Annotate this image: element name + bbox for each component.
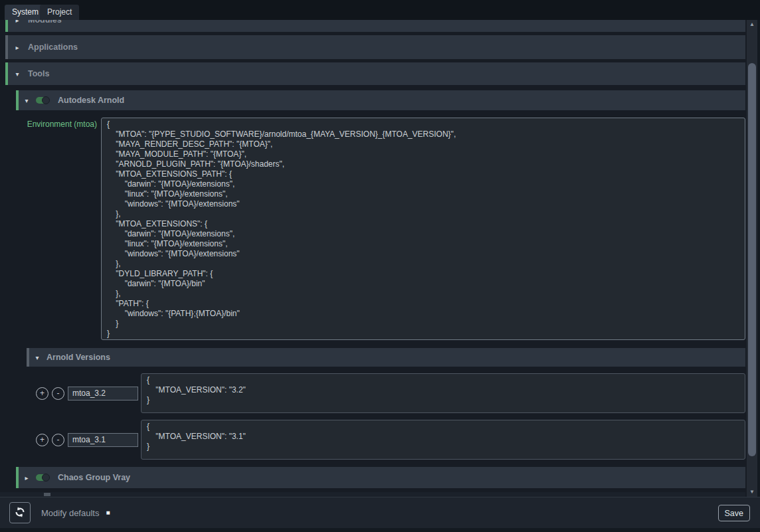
footer-bar: Modify defaults ■ Save — [0, 497, 760, 528]
tab-project[interactable]: Project — [40, 5, 79, 20]
vray-enabled-toggle[interactable] — [36, 474, 49, 481]
settings-scroll-area: ▸ Modules ▸ Applications ▾ Tools ▾ Autod… — [0, 20, 747, 497]
section-accent-bar — [5, 35, 8, 59]
horizontal-scrollbar-thumb[interactable] — [44, 493, 50, 496]
section-accent-bar — [16, 467, 19, 488]
vertical-scrollbar-thumb[interactable] — [748, 63, 756, 456]
chevron-down-icon: ▾ — [33, 354, 41, 361]
save-button[interactable]: Save — [718, 505, 751, 521]
horizontal-scrollbar[interactable] — [0, 492, 745, 497]
scroll-up-button[interactable]: ▲ — [747, 20, 757, 29]
refresh-icon — [14, 506, 26, 520]
remove-version-button[interactable]: - — [52, 387, 64, 400]
toggle-knob — [42, 96, 50, 104]
version-row: + - { "MTOA_VERSION": "3.2" } — [27, 373, 745, 413]
version-key-input[interactable] — [68, 433, 138, 447]
refresh-button[interactable] — [9, 502, 31, 523]
section-title: Modules — [28, 20, 62, 25]
chevron-right-icon: ▸ — [23, 474, 31, 482]
version-json-textarea[interactable]: { "MTOA_VERSION": "3.2" } — [141, 373, 745, 413]
chevron-down-icon: ▾ — [13, 70, 21, 78]
environment-label: Environment (mtoa) — [13, 120, 97, 129]
add-version-button[interactable]: + — [36, 434, 48, 446]
section-accent-bar — [5, 20, 8, 32]
section-tools[interactable]: ▾ Tools — [5, 62, 745, 85]
section-title: Tools — [28, 69, 49, 78]
toggle-knob — [42, 474, 50, 482]
version-key-input[interactable] — [68, 387, 138, 400]
settings-window: System Project ▸ Modules ▸ Applications … — [0, 0, 760, 532]
modify-defaults-checkbox[interactable]: ■ — [106, 509, 110, 516]
tab-bar: System Project — [0, 0, 760, 20]
chevron-down-icon: ▾ — [23, 97, 31, 104]
section-title: Chaos Group Vray — [58, 473, 130, 482]
section-autodesk-arnold[interactable]: ▾ Autodesk Arnold — [16, 90, 745, 110]
chevron-right-icon: ▸ — [13, 44, 21, 51]
section-title: Autodesk Arnold — [58, 96, 124, 105]
section-accent-bar — [16, 90, 19, 110]
section-title: Arnold Versions — [47, 353, 110, 362]
section-modules[interactable]: ▸ Modules — [5, 20, 745, 32]
section-accent-bar — [5, 62, 8, 85]
version-json-textarea[interactable]: { "MTOA_VERSION": "3.1" } — [141, 420, 745, 460]
section-applications[interactable]: ▸ Applications — [5, 35, 745, 59]
vertical-scrollbar[interactable]: ▲ ▼ — [747, 20, 757, 497]
modify-defaults-label: Modify defaults — [41, 508, 99, 518]
chevron-right-icon: ▸ — [13, 20, 21, 24]
version-row: + - { "MTOA_VERSION": "3.1" } — [27, 420, 745, 460]
scroll-down-button[interactable]: ▼ — [747, 488, 757, 497]
environment-json-textarea[interactable]: { "MTOA": "{PYPE_STUDIO_SOFTWARE}/arnold… — [101, 118, 745, 340]
add-version-button[interactable]: + — [36, 387, 48, 400]
section-arnold-versions[interactable]: ▾ Arnold Versions — [27, 348, 745, 367]
arnold-enabled-toggle[interactable] — [36, 97, 49, 104]
section-accent-bar — [27, 348, 29, 367]
section-chaos-group-vray[interactable]: ▸ Chaos Group Vray — [16, 467, 745, 488]
section-title: Applications — [28, 43, 78, 52]
remove-version-button[interactable]: - — [52, 434, 64, 446]
